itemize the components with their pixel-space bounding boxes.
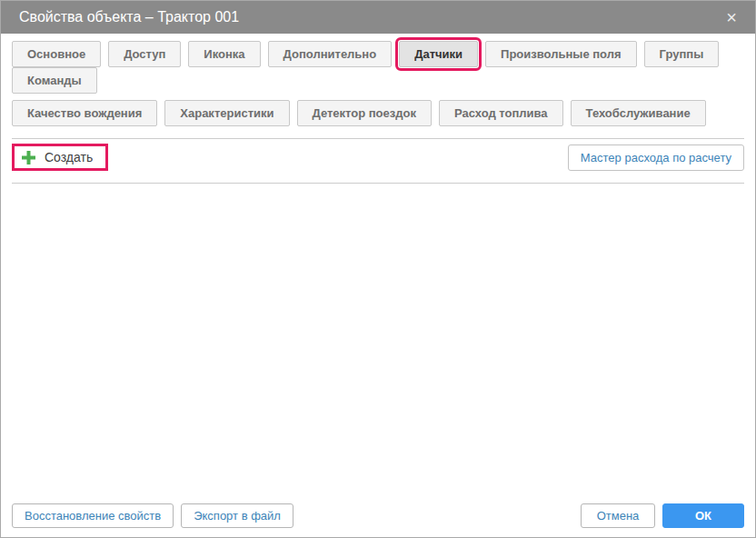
dialog-titlebar: Свойства объекта – Трактор 001 × xyxy=(1,1,755,34)
ok-button[interactable]: ОК xyxy=(662,503,744,528)
object-properties-dialog: Свойства объекта – Трактор 001 × Основно… xyxy=(0,0,756,538)
export-to-file-button[interactable]: Экспорт в файл xyxy=(181,503,293,528)
tab-commands[interactable]: Команды xyxy=(12,67,97,94)
tab-maintenance[interactable]: Техобслуживание xyxy=(571,100,706,126)
cancel-button[interactable]: Отмена xyxy=(581,503,655,528)
tab-eco-driving[interactable]: Качество вождения xyxy=(12,100,157,126)
tab-profile[interactable]: Характеристики xyxy=(164,100,289,126)
tab-trip-detector[interactable]: Детектор поездок xyxy=(297,100,432,126)
tab-general[interactable]: Основное xyxy=(12,41,101,67)
tab-custom-fields[interactable]: Произвольные поля xyxy=(485,41,636,67)
footer-right-buttons: Отмена ОК xyxy=(573,503,744,528)
create-annotation-box: Создать xyxy=(12,144,108,171)
tab-access[interactable]: Доступ xyxy=(108,41,181,67)
sensors-empty-area xyxy=(1,184,755,503)
restore-properties-button[interactable]: Восстановление свойств xyxy=(12,503,174,528)
footer-left-buttons: Восстановление свойств Экспорт в файл xyxy=(12,503,301,528)
tab-icon[interactable]: Иконка xyxy=(188,41,260,67)
dialog-title: Свойства объекта – Трактор 001 xyxy=(19,9,239,25)
plus-icon xyxy=(22,151,35,164)
tab-row-1: Основное Доступ Иконка Дополнительно Дат… xyxy=(12,41,744,94)
dialog-footer: Восстановление свойств Экспорт в файл От… xyxy=(1,503,755,537)
tab-advanced[interactable]: Дополнительно xyxy=(268,41,393,67)
tab-groups[interactable]: Группы xyxy=(644,41,720,67)
tab-row-2: Качество вождения Характеристики Детекто… xyxy=(12,100,744,126)
tab-sensors[interactable]: Датчики xyxy=(399,41,478,67)
tab-bar: Основное Доступ Иконка Дополнительно Дат… xyxy=(1,34,755,133)
fuel-wizard-button[interactable]: Мастер расхода по расчету xyxy=(568,144,744,171)
close-icon[interactable]: × xyxy=(721,6,742,28)
tab-fuel-consumption[interactable]: Расход топлива xyxy=(439,100,563,126)
create-button-label: Создать xyxy=(45,150,93,164)
sensors-toolbar: Создать Мастер расхода по расчету xyxy=(1,139,755,177)
create-sensor-button[interactable]: Создать xyxy=(22,150,93,164)
